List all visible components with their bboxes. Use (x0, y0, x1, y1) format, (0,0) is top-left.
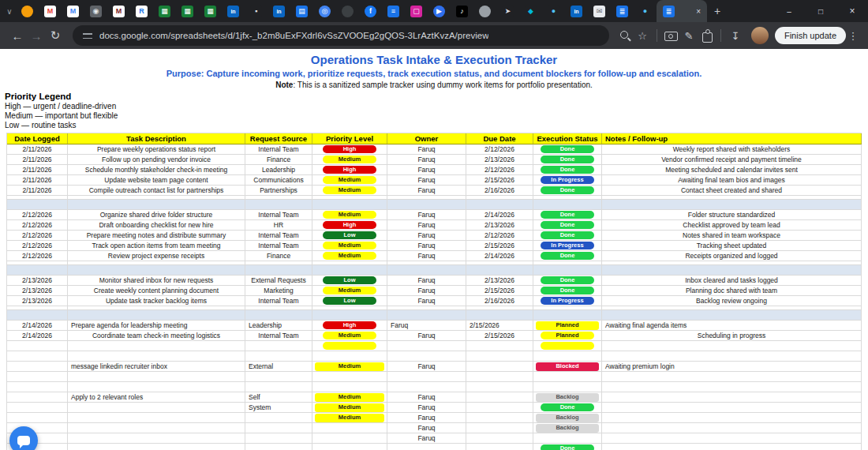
status-badge: Blocked (536, 362, 600, 371)
tab-mail-outline[interactable]: ✉ (588, 0, 611, 22)
cell-status: In Progress (533, 296, 602, 306)
page-title: Operations Task Intake & Execution Track… (0, 52, 868, 68)
cell-owner: Faruq (387, 423, 466, 433)
tab-instagram[interactable]: ▢ (405, 0, 428, 22)
table-row: Apply to 2 relevant rolesSelfMediumFaruq… (7, 392, 862, 403)
cell-status (533, 372, 602, 382)
finish-update-button[interactable]: Finish update (775, 27, 846, 44)
tab-gray-circle[interactable] (473, 0, 496, 22)
back-icon[interactable]: ← (8, 29, 27, 43)
forward-icon[interactable]: → (27, 29, 46, 43)
new-tab-button[interactable]: + (707, 5, 728, 17)
cell-due: 2/15/2026 (466, 175, 533, 186)
cell-owner: Faruq (387, 241, 466, 251)
tab-sheets-2[interactable]: ▦ (176, 0, 199, 22)
cell-priority: High (312, 220, 387, 231)
extensions-icon[interactable] (698, 28, 716, 43)
reload-icon[interactable]: ↻ (46, 28, 65, 43)
table-row: FaruqBacklog (7, 423, 862, 433)
tab-r-app[interactable]: R (130, 0, 153, 22)
tab-sheets-3[interactable]: ▦ (199, 0, 222, 22)
bookmark-star-icon[interactable]: ☆ (633, 30, 652, 42)
cell-status: Done (533, 155, 602, 165)
tab-notes-blue[interactable]: ≡ (382, 0, 405, 22)
cell-date: 2/12/2026 (7, 231, 68, 241)
tab-video-app[interactable]: ▶ (428, 0, 451, 22)
cell-owner: Faruq (387, 286, 466, 296)
cell-owner: Faruq (387, 362, 466, 372)
tab-m-app[interactable]: M (107, 0, 130, 22)
tab-facebook[interactable]: f (359, 0, 382, 22)
profile-avatar[interactable] (751, 27, 769, 44)
tab-droplet-1[interactable]: ● (542, 0, 565, 22)
camera-icon[interactable] (662, 28, 679, 43)
tab-docs-blue[interactable]: ▤ (290, 0, 313, 22)
cell-source (245, 423, 312, 433)
url-bar[interactable]: docs.google.com/spreadsheets/d/1jfx-_b2m… (73, 25, 609, 46)
table-row: Done (7, 444, 862, 450)
tab-linkedin-3-icon: in (571, 6, 582, 17)
tab-chrome-circle[interactable]: ◎ (313, 0, 336, 22)
tab-list-blue[interactable]: ≣ (611, 0, 634, 22)
tab-linkedin-2-icon: in (273, 6, 285, 17)
cell-notes: Vendor confirmed receipt and payment tim… (602, 155, 862, 165)
cell-task: Create weekly content planning document (68, 286, 245, 296)
tab-close-icon[interactable]: × (696, 7, 701, 16)
tab-droplet-2[interactable]: ● (634, 0, 657, 22)
tab-m-app-icon: M (113, 6, 125, 17)
tab-gmail-1[interactable]: M (39, 0, 62, 22)
tab-camera-app-icon: ◉ (90, 6, 102, 17)
cell-priority: Medium (312, 241, 387, 251)
minimize-button[interactable]: – (773, 0, 805, 22)
table-spacer-row (7, 310, 862, 321)
cell-notes (602, 403, 862, 413)
tab-arrow-app[interactable]: ➤ (496, 0, 519, 22)
cell-date (7, 403, 68, 413)
tab-camera-app[interactable]: ◉ (84, 0, 107, 22)
cell-notes (602, 423, 862, 433)
tab-orange-dot[interactable] (16, 0, 39, 22)
table-row: 2/14/2026Prepare agenda for leadership m… (7, 321, 862, 331)
table-row: 2/11/2026Follow up on pending vendor inv… (7, 155, 862, 165)
table-row (7, 382, 862, 392)
cell-notes (602, 351, 862, 362)
tab-linkedin-1[interactable]: in (222, 0, 245, 22)
cell-owner: Faruq (387, 433, 466, 444)
tab-tiktok-icon: ♪ (456, 6, 468, 17)
cell-priority: Medium (312, 251, 387, 261)
legend-item-high: High — urgent / deadline-driven (5, 102, 868, 111)
tab-list-blue-icon: ≣ (616, 6, 628, 17)
table-row: 2/11/2026Prepare weekly operations statu… (7, 144, 862, 155)
download-icon[interactable]: ↧ (726, 30, 745, 42)
cell-status (533, 382, 602, 392)
table-row: 2/12/2026Organize shared drive folder st… (7, 210, 862, 220)
tab-gmail-2[interactable]: M (62, 0, 84, 22)
tab-dark-app[interactable]: ▪ (245, 0, 268, 22)
tab-strip-tabs: MM◉MR▦▦▦in▪in▤◎f≡▢▶♪➤◆●in✉≣●≣× (16, 0, 707, 22)
tab-dark-circle[interactable] (336, 0, 359, 22)
cell-priority: Low (312, 276, 387, 286)
tab-linkedin-2[interactable]: in (268, 0, 290, 22)
cell-source: HR (245, 220, 312, 231)
cell-task: Coordinate team check-in meeting logisti… (68, 331, 245, 341)
tab-diamond-app[interactable]: ◆ (519, 0, 542, 22)
tab-sheets-1[interactable]: ▦ (153, 0, 176, 22)
cell-source: Internal Team (245, 144, 312, 155)
close-window-button[interactable]: × (836, 0, 868, 22)
tab-linkedin-3[interactable]: in (565, 0, 588, 22)
purpose-line: Purpose: Capture incoming work, prioriti… (0, 68, 868, 80)
site-info-icon[interactable] (82, 30, 93, 41)
tab-sheet-preview[interactable]: ≣× (657, 0, 707, 22)
search-icon[interactable] (617, 28, 633, 43)
edit-icon[interactable]: ✎ (679, 30, 698, 42)
chat-widget-button[interactable] (9, 426, 38, 450)
tab-search-chevron-icon[interactable]: ∨ (3, 7, 16, 16)
cell-notes: Checklist approved by team lead (602, 220, 862, 231)
tab-gmail-1-icon: M (44, 6, 56, 17)
maximize-button[interactable]: □ (805, 0, 836, 22)
tab-video-app-icon: ▶ (433, 6, 445, 17)
cell-source: External (245, 362, 312, 372)
tab-tiktok[interactable]: ♪ (451, 0, 473, 22)
cell-source: External Requests (245, 276, 312, 286)
kebab-menu-icon[interactable]: ⋮ (846, 30, 860, 42)
